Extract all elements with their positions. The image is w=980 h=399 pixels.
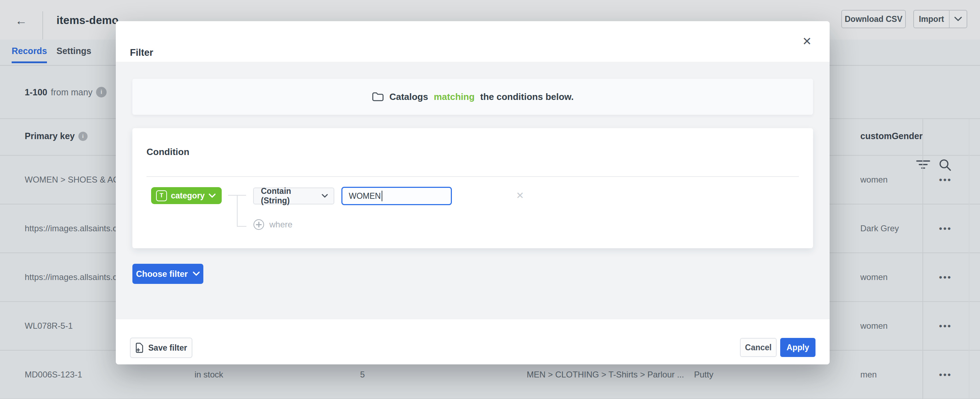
remove-condition-icon[interactable]: ✕	[513, 189, 527, 203]
cell-primary-key: https://images.allsaints.co	[25, 272, 122, 282]
info-icon: i	[96, 87, 107, 97]
app-window: ← items-demo Download CSV Import Records…	[0, 0, 980, 399]
cell-category: MEN > CLOTHING > T-Shirts > Parlour ...	[527, 370, 684, 380]
value-input[interactable]: WOMEN	[341, 187, 452, 205]
condition-card: Condition T category Contain (String) WO…	[132, 128, 813, 248]
tab-records[interactable]: Records	[12, 46, 47, 56]
close-icon[interactable]: ✕	[799, 33, 816, 50]
value-input-text: WOMEN	[349, 191, 381, 201]
save-filter-label: Save filter	[148, 343, 187, 353]
info-icon: i	[78, 132, 88, 141]
modal-footer: Save filter Cancel Apply	[116, 319, 830, 364]
cell-primary-key: WL078R-5-1	[25, 321, 73, 331]
operator-select[interactable]: Contain (String)	[253, 188, 334, 204]
cell-custom-gender: Dark Grey	[860, 224, 899, 234]
operator-label: Contain (String)	[261, 186, 321, 205]
file-plus-icon	[135, 342, 144, 353]
download-csv-button[interactable]: Download CSV	[841, 10, 906, 28]
text-field-type-icon: T	[156, 190, 167, 201]
custom-gender-label: customGender	[860, 131, 923, 141]
cell-custom-gender: men	[860, 370, 877, 380]
column-divider	[923, 119, 923, 399]
page-title: items-demo	[56, 14, 119, 27]
primary-key-label: Primary key	[25, 131, 75, 141]
record-range-suffix: from many	[51, 87, 92, 97]
modal-title: Filter	[130, 47, 153, 58]
choose-filter-label: Choose filter	[136, 269, 188, 279]
cancel-button[interactable]: Cancel	[740, 338, 776, 357]
back-button[interactable]: ←	[13, 12, 30, 29]
filter-summary-banner: Catalogs matching the conditions below.	[132, 79, 813, 115]
banner-entity: Catalogs	[390, 91, 428, 102]
banner-verb: matching	[434, 91, 475, 102]
text-cursor	[382, 191, 382, 201]
topbar-divider	[42, 11, 43, 40]
field-name: category	[171, 191, 205, 200]
scrollbar-gutter	[969, 119, 969, 399]
card-divider	[146, 176, 799, 177]
condition-heading: Condition	[146, 146, 189, 157]
chevron-down-icon	[208, 194, 216, 198]
import-chevron-button[interactable]	[950, 11, 967, 27]
row-actions-button[interactable]: •••	[932, 366, 959, 383]
add-where-button[interactable]: where	[253, 219, 292, 230]
cell-custom-gender: women	[860, 321, 888, 331]
column-header-custom-gender: customGender	[860, 131, 923, 141]
import-button[interactable]: Import	[914, 11, 950, 27]
chevron-down-icon	[321, 194, 328, 198]
column-header-primary-key: Primary key i	[25, 131, 88, 141]
modal-header: Filter ✕	[116, 21, 830, 62]
import-split-button: Import	[913, 10, 967, 28]
record-range-count: 1-100	[25, 87, 47, 97]
cell-custom-gender: women	[860, 272, 888, 282]
row-actions-button[interactable]: •••	[932, 220, 959, 237]
cell-quantity: 5	[360, 370, 365, 380]
field-selector-chip[interactable]: T category	[151, 187, 222, 204]
cell-custom-gender: women	[860, 175, 888, 185]
chevron-down-icon	[954, 17, 962, 22]
cell-primary-key: WOMEN > SHOES & ACCE	[25, 175, 131, 185]
record-range: 1-100 from many i	[25, 87, 107, 97]
row-actions-button[interactable]: •••	[932, 318, 959, 334]
chevron-down-icon	[193, 272, 200, 276]
apply-button[interactable]: Apply	[780, 338, 816, 357]
tree-connector	[237, 195, 238, 227]
where-label: where	[269, 219, 292, 229]
row-actions-button[interactable]: •••	[932, 171, 959, 188]
cell-color: Putty	[694, 370, 713, 380]
row-actions-button[interactable]: •••	[932, 269, 959, 286]
cell-availability: in stock	[194, 370, 223, 380]
save-filter-button[interactable]: Save filter	[130, 337, 192, 358]
tab-settings[interactable]: Settings	[56, 46, 91, 56]
choose-filter-button[interactable]: Choose filter	[132, 264, 204, 284]
filter-modal: Filter ✕ Catalogs matching the condition…	[116, 21, 830, 364]
cell-primary-key: MD006S-123-1	[25, 370, 82, 380]
tree-connector	[237, 226, 247, 227]
banner-suffix: the conditions below.	[480, 91, 574, 102]
plus-circle-icon	[253, 219, 264, 230]
cell-primary-key: https://images.allsaints.co	[25, 224, 122, 234]
folder-icon	[372, 92, 384, 102]
